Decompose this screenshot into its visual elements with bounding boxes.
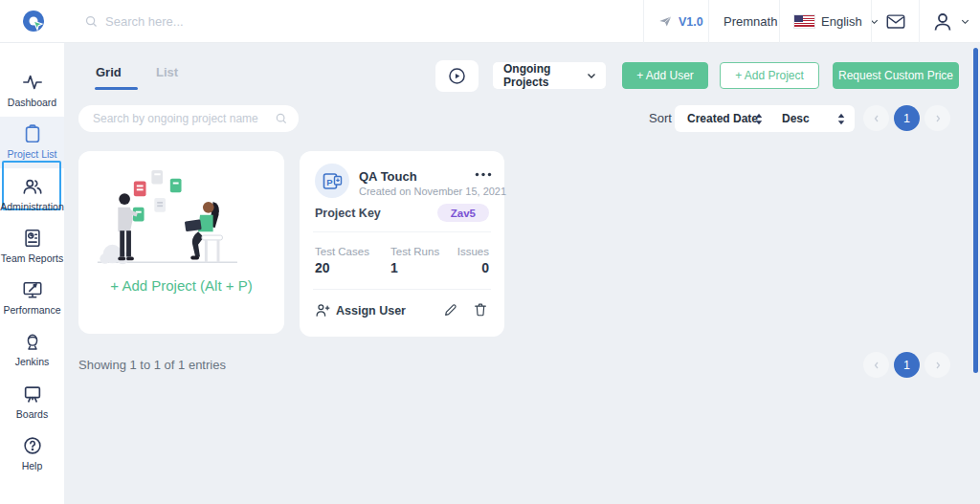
sort-field-select[interactable]: Created Date — [687, 112, 758, 125]
language-selector[interactable]: English — [794, 0, 880, 43]
app-logo-icon[interactable] — [21, 9, 46, 33]
sidebar: Dashboard Project List Administration Te… — [0, 43, 64, 504]
account-menu[interactable] — [931, 0, 970, 43]
user-icon — [931, 11, 954, 33]
project-created-date: Created on November 15, 2021 — [359, 186, 506, 197]
add-project-illustration — [78, 166, 251, 274]
request-custom-price-button[interactable]: Request Custom Price — [833, 62, 959, 89]
sort-controls: Created Date Desc — [675, 105, 855, 132]
page-number-button[interactable]: 1 — [894, 352, 920, 378]
prev-page-button[interactable] — [863, 105, 889, 131]
sidebar-item-boards[interactable]: Boards — [0, 383, 64, 431]
mail-button[interactable] — [885, 11, 906, 33]
sidebar-item-performance[interactable]: Performance — [0, 279, 64, 327]
tab-list[interactable]: List — [156, 65, 178, 79]
user-plus-icon — [315, 302, 331, 318]
chevron-down-icon — [960, 16, 970, 27]
stat-label: Test Runs — [390, 246, 439, 257]
project-icon: P — [315, 164, 349, 198]
add-user-button[interactable]: + Add User — [622, 62, 708, 89]
stat-issues: Issues 0 — [457, 246, 489, 275]
project-title: QA Touch — [359, 169, 417, 184]
sidebar-item-help[interactable]: Help — [0, 435, 64, 483]
tab-grid[interactable]: Grid — [96, 65, 122, 79]
entries-summary: Showing 1 to 1 of 1 entries — [78, 358, 226, 372]
board-icon — [22, 383, 43, 405]
chevron-down-icon — [586, 70, 597, 81]
play-circle-icon — [447, 66, 467, 86]
pencil-icon — [443, 302, 458, 318]
stat-value: 0 — [457, 260, 489, 275]
project-key-badge: Zav5 — [437, 204, 489, 222]
next-page-button[interactable] — [924, 105, 950, 131]
chevron-right-icon — [932, 113, 944, 124]
assign-user-label: Assign User — [336, 304, 406, 318]
active-tab-underline — [95, 87, 138, 90]
sort-field-updown-icon[interactable] — [754, 113, 764, 125]
sort-direction-updown-icon[interactable] — [836, 113, 846, 125]
us-flag-icon — [794, 15, 814, 28]
sidebar-item-label: Administration — [0, 201, 64, 212]
jenkins-icon — [22, 331, 43, 352]
sidebar-item-label: Help — [0, 460, 64, 471]
add-project-card[interactable]: + Add Project (Alt + P) — [78, 151, 284, 334]
help-icon — [22, 435, 43, 456]
edit-project-button[interactable] — [443, 302, 458, 318]
divider — [871, 0, 872, 43]
sidebar-item-label: Project List — [0, 148, 64, 160]
sort-direction-select[interactable]: Desc — [782, 112, 810, 125]
more-options-icon — [475, 172, 492, 177]
stat-value: 1 — [390, 260, 439, 275]
chevron-left-icon — [871, 113, 882, 124]
pagination-top: 1 — [863, 105, 959, 131]
report-icon — [22, 228, 43, 249]
project-key-label: Project Key — [315, 207, 381, 220]
sidebar-item-label: Performance — [0, 304, 64, 316]
envelope-icon — [885, 11, 906, 33]
divider — [708, 0, 709, 43]
language-label: English — [821, 14, 862, 29]
version-link[interactable]: V1.0 — [658, 0, 703, 43]
project-status-value: Ongoing Projects — [503, 62, 586, 89]
username-label: Premnath — [724, 0, 777, 43]
sidebar-item-label: Jenkins — [0, 356, 64, 367]
users-icon — [22, 176, 43, 197]
tour-play-button[interactable] — [435, 60, 479, 92]
search-icon — [275, 112, 288, 125]
chevron-left-icon — [871, 360, 882, 371]
sidebar-item-jenkins[interactable]: Jenkins — [0, 331, 64, 379]
stat-label: Test Cases — [315, 246, 369, 257]
chevron-right-icon — [932, 360, 944, 371]
clipboard-icon — [22, 123, 43, 144]
assign-user-button[interactable]: Assign User — [315, 302, 406, 318]
monitor-rocket-icon — [22, 279, 43, 300]
project-search-input[interactable] — [93, 109, 270, 128]
prev-page-button[interactable] — [863, 352, 889, 378]
sidebar-item-label: Dashboard — [0, 97, 64, 108]
stat-test-cases: Test Cases 20 — [315, 246, 369, 275]
next-page-button[interactable] — [924, 352, 950, 378]
version-label: V1.0 — [679, 15, 703, 29]
vertical-scrollbar[interactable] — [973, 48, 978, 373]
top-bar: V1.0 Premnath English — [0, 0, 980, 43]
stat-test-runs: Test Runs 1 — [390, 246, 439, 275]
sidebar-item-project-list[interactable]: Project List — [0, 123, 64, 171]
activity-icon — [22, 72, 43, 93]
stat-value: 20 — [315, 260, 369, 275]
project-status-select[interactable]: Ongoing Projects — [493, 62, 606, 89]
svg-text:P: P — [326, 177, 333, 187]
sidebar-item-label: Team Reports — [0, 252, 64, 264]
sidebar-item-team-reports[interactable]: Team Reports — [0, 228, 64, 275]
page-number-button[interactable]: 1 — [894, 105, 920, 131]
sidebar-item-administration[interactable]: Administration — [0, 176, 64, 224]
sidebar-item-label: Boards — [0, 408, 64, 420]
divider — [919, 0, 920, 43]
project-card: P QA Touch Created on November 15, 2021 … — [300, 151, 504, 337]
divider — [643, 0, 644, 43]
more-options-button[interactable] — [475, 172, 492, 177]
sidebar-item-dashboard[interactable]: Dashboard — [0, 72, 64, 120]
trash-icon — [473, 301, 488, 318]
global-search-input[interactable] — [105, 11, 392, 31]
add-project-button[interactable]: + Add Project — [720, 62, 819, 89]
delete-project-button[interactable] — [473, 301, 488, 318]
